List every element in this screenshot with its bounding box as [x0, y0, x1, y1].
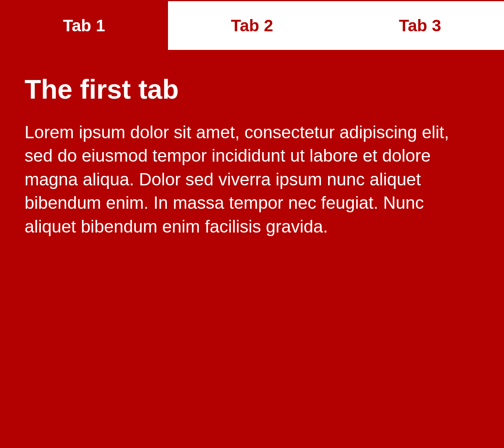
tab-2[interactable]: Tab 2 — [168, 1, 336, 50]
tab-1[interactable]: Tab 1 — [0, 1, 168, 50]
tab-container: Tab 1 Tab 2 Tab 3 The first tab Lorem ip… — [0, 0, 504, 448]
tab-panel: The first tab Lorem ipsum dolor sit amet… — [0, 50, 504, 448]
panel-body: Lorem ipsum dolor sit amet, consectetur … — [25, 120, 472, 238]
tab-3[interactable]: Tab 3 — [336, 1, 504, 50]
tab-strip: Tab 1 Tab 2 Tab 3 — [0, 0, 504, 50]
panel-title: The first tab — [25, 74, 479, 105]
